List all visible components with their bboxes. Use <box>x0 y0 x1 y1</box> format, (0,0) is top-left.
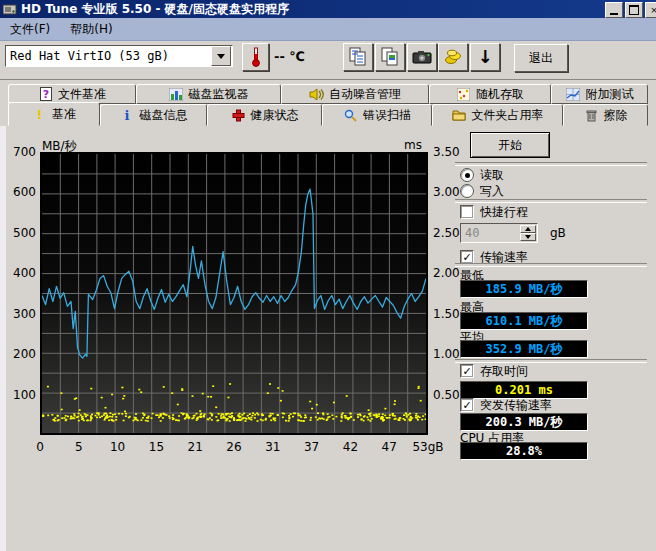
tab-folder-usage[interactable]: 文件夹占用率 <box>432 104 563 126</box>
disk-monitor-icon <box>169 87 184 102</box>
tab-disk-monitor[interactable]: 磁盘监视器 <box>136 84 281 104</box>
write-radio[interactable]: 写入 <box>460 184 504 198</box>
tab-disk-info[interactable]: i 磁盘信息 <box>100 104 207 126</box>
temperature-value: -- ℃ <box>274 49 305 64</box>
x-axis-tick-label: 5 <box>62 440 96 454</box>
divider <box>455 199 647 203</box>
max-value: 610.1 MB/秒 <box>485 313 562 330</box>
tab-erase[interactable]: 擦除 <box>563 104 648 126</box>
save-button[interactable]: ↓ <box>470 43 500 71</box>
read-radio[interactable]: 读取 <box>460 168 504 182</box>
menu-help[interactable]: 帮助(H) <box>60 18 122 40</box>
checkbox-unchecked-icon <box>460 205 474 219</box>
divider <box>455 162 647 166</box>
capacity-unit-label: gB <box>550 226 566 240</box>
capacity-spinner[interactable]: 40 <box>460 223 538 243</box>
export-results-button[interactable] <box>438 43 468 71</box>
close-icon: × <box>650 6 656 15</box>
cpu-usage-value-box: 28.8% <box>460 442 588 460</box>
min-value: 185.9 MB/秒 <box>485 281 562 298</box>
drive-selector[interactable]: Red Hat VirtIO (53 gB) <box>5 45 233 67</box>
ms-axis-unit-label: ms <box>404 138 422 152</box>
x-axis-tick-label: 21 <box>178 440 212 454</box>
chevron-down-icon <box>525 235 531 239</box>
benchmark-plot <box>40 152 428 435</box>
x-axis-tick-label: 31 <box>256 440 290 454</box>
short-stroke-checkbox[interactable]: 快捷行程 <box>460 205 528 219</box>
tab-health[interactable]: 健康状态 <box>207 104 322 126</box>
tab-error-scan[interactable]: 错误扫描 <box>322 104 432 126</box>
benchmark-plot-svg <box>42 154 426 433</box>
copy-image-icon <box>381 47 399 67</box>
tab-random-access[interactable]: 随机存取 <box>429 84 551 104</box>
spinner-up-button[interactable] <box>520 225 536 233</box>
copy-image-button[interactable] <box>375 43 405 71</box>
aam-speaker-icon <box>309 87 324 102</box>
exit-button[interactable]: 退出 <box>514 44 568 72</box>
file-benchmark-icon: ? <box>38 87 53 102</box>
tab-label: 附加测试 <box>586 86 634 103</box>
start-button-label: 开始 <box>498 137 522 154</box>
y-axis-tick-label: 200 <box>4 347 36 361</box>
min-value-box: 185.9 MB/秒 <box>460 280 588 298</box>
benchmark-controls: 开始 读取 写入 快捷行程 40 <box>452 126 656 551</box>
tab-label: 文件基准 <box>58 86 106 103</box>
menu-file[interactable]: 文件(F) <box>0 18 60 40</box>
maximize-icon <box>629 5 639 15</box>
x-axis-tick-label: 26 <box>217 440 251 454</box>
hd-tune-window: HD Tune 专业版 5.50 - 硬盘/固态硬盘实用程序 × 文件(F) 帮… <box>0 0 656 551</box>
copy-text-button[interactable] <box>343 43 373 71</box>
burst-rate-checkbox[interactable]: ✓ 突发传输速率 <box>460 398 552 412</box>
access-time-checkbox[interactable]: ✓ 存取时间 <box>460 364 528 378</box>
y-axis-tick-label: 500 <box>4 226 36 240</box>
avg-value-box: 352.9 MB/秒 <box>460 340 588 358</box>
tab-benchmark[interactable]: ! 基准 <box>8 102 100 126</box>
title-bar: HD Tune 专业版 5.50 - 硬盘/固态硬盘实用程序 × <box>0 0 656 18</box>
checkbox-checked-icon: ✓ <box>460 398 474 412</box>
y-axis-tick-label: 700 <box>4 145 36 159</box>
save-down-icon: ↓ <box>477 48 492 66</box>
capacity-value: 40 <box>461 224 519 242</box>
copy-text-icon <box>349 47 367 67</box>
x-axis-tick-label: 10 <box>101 440 135 454</box>
transfer-rate-checkbox[interactable]: ✓ 传输速率 <box>460 250 528 264</box>
tab-file-benchmark[interactable]: ? 文件基准 <box>8 84 136 104</box>
toolbar: Red Hat VirtIO (53 gB) -- ℃ <box>0 41 656 79</box>
drive-selector-value: Red Hat VirtIO (53 gB) <box>6 49 210 63</box>
start-button[interactable]: 开始 <box>470 132 550 158</box>
error-scan-icon <box>343 108 358 123</box>
erase-icon <box>584 108 599 123</box>
menu-bar: 文件(F) 帮助(H) <box>0 18 656 41</box>
max-value-box: 610.1 MB/秒 <box>460 312 588 330</box>
close-button[interactable]: × <box>645 2 656 18</box>
tab-label: 磁盘信息 <box>140 107 188 124</box>
tab-aam[interactable]: 自动噪音管理 <box>281 84 429 104</box>
benchmark-panel: MB/秒 ms 700600500400300200100 3.503.002.… <box>0 126 656 551</box>
grid-lines <box>42 154 426 433</box>
checkbox-checked-icon: ✓ <box>460 250 474 264</box>
temperature-button[interactable] <box>242 43 269 71</box>
x-axis-tick-label: 53gB <box>411 440 445 454</box>
tab-zone: ? 文件基准 磁盘监视器 自动噪音管理 随机存取 <box>0 81 656 126</box>
write-radio-label: 写入 <box>480 183 504 200</box>
svg-text:?: ? <box>42 88 48 101</box>
minimize-button[interactable] <box>605 2 623 18</box>
burst-rate-label: 突发传输速率 <box>480 397 552 414</box>
tab-label: 擦除 <box>604 107 628 124</box>
spinner-down-button[interactable] <box>520 233 536 241</box>
access-time-value: 0.201 ms <box>495 383 553 397</box>
extra-tests-icon <box>566 87 581 102</box>
maximize-button[interactable] <box>625 2 643 18</box>
random-access-icon <box>456 87 471 102</box>
exit-button-label: 退出 <box>529 50 553 67</box>
coins-icon <box>444 49 462 65</box>
tab-label: 错误扫描 <box>363 107 411 124</box>
tab-label: 自动噪音管理 <box>329 86 401 103</box>
window-title: HD Tune 专业版 5.50 - 硬盘/固态硬盘实用程序 <box>21 1 289 18</box>
chevron-down-icon <box>217 54 225 59</box>
y-axis-tick-label: 300 <box>4 307 36 321</box>
tab-extra-tests[interactable]: 附加测试 <box>551 84 648 104</box>
folder-usage-icon <box>452 108 467 123</box>
drive-selector-dropdown-button[interactable] <box>211 46 231 66</box>
screenshot-button[interactable] <box>407 43 437 71</box>
